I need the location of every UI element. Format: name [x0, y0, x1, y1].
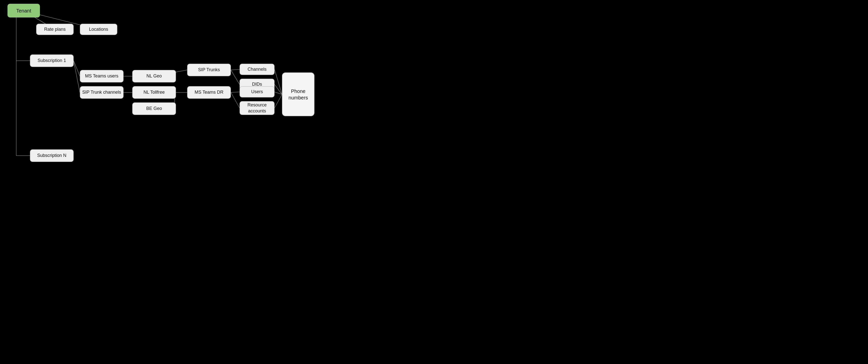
channels-node: Channels	[240, 64, 275, 75]
svg-line-18	[275, 92, 282, 94]
users-node: Users	[240, 86, 275, 97]
subscription1-node: Subscription 1	[30, 54, 73, 67]
resource-accounts-node: Resource accounts	[240, 101, 275, 115]
svg-line-19	[275, 94, 282, 108]
svg-line-13	[231, 70, 240, 84]
svg-line-12	[231, 69, 240, 70]
svg-line-16	[275, 69, 282, 94]
sip-trunk-channels-node: SIP Trunk channels	[80, 86, 124, 99]
svg-line-5	[73, 61, 80, 92]
diagram-container: Tenant Rate plans Locations Subscription…	[0, 0, 434, 182]
rate-plans-node: Rate plans	[36, 24, 73, 35]
locations-node: Locations	[80, 24, 117, 35]
svg-line-17	[275, 84, 282, 94]
tenant-node: Tenant	[7, 4, 40, 18]
be-geo-node: BE Geo	[132, 103, 176, 115]
svg-line-14	[231, 92, 240, 92]
ms-teams-users-node: MS Teams users	[80, 70, 124, 82]
ms-teams-dr-node: MS Teams DR	[187, 86, 231, 99]
nl-tollfree-node: NL Tollfree	[132, 86, 176, 99]
sip-trunks-node: SIP Trunks	[187, 64, 231, 76]
subscription-n-node: Subscription N	[30, 149, 73, 162]
svg-line-15	[231, 92, 240, 108]
phone-numbers-node: Phone numbers	[282, 73, 314, 116]
svg-line-4	[73, 61, 80, 76]
nl-geo-node: NL Geo	[132, 70, 176, 82]
